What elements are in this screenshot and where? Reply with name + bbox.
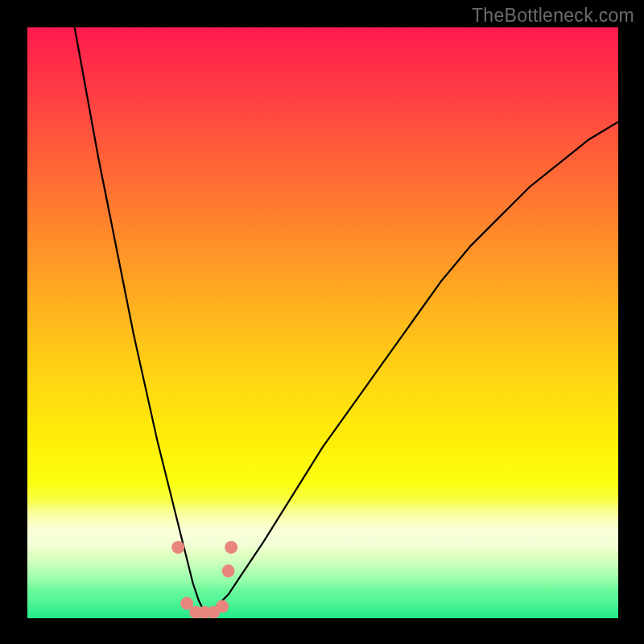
marker-point — [225, 541, 237, 554]
watermark-text: TheBottleneck.com — [472, 5, 634, 27]
chart-frame: TheBottleneck.com — [0, 0, 644, 644]
plot-area — [27, 27, 618, 618]
marker-group — [171, 541, 237, 618]
bottleneck-curve — [75, 27, 618, 613]
marker-point — [216, 600, 229, 613]
marker-point — [222, 564, 235, 577]
chart-svg — [27, 27, 618, 618]
marker-point — [171, 541, 184, 554]
